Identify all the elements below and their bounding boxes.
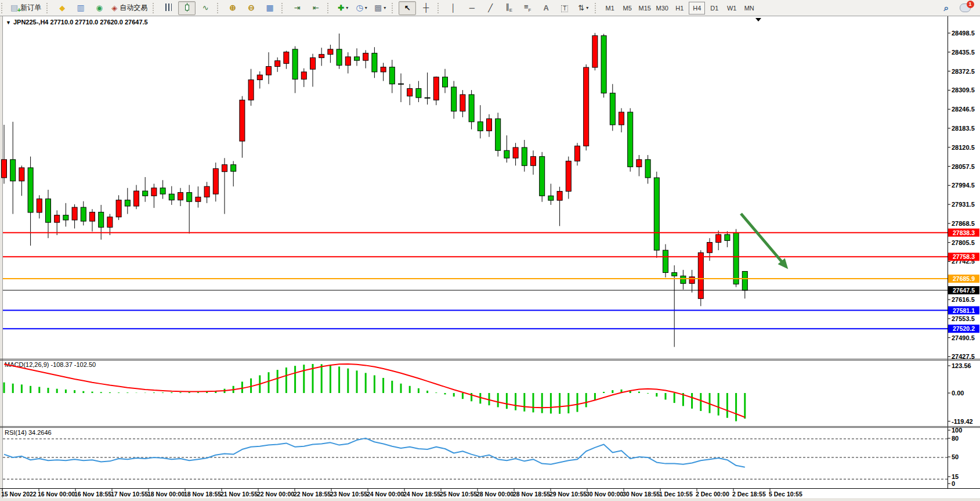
toolbar-grip [281,3,285,13]
candle-body [266,67,272,75]
time-axis-label: 15 Nov 2022 [1,491,37,498]
candle-body [389,67,395,84]
candle-body [654,178,659,250]
toolbar-group: ▤+新订单 [6,0,45,16]
toolbar-grip [392,3,396,13]
toolbar: ▤+新订单◆▥◉◈自动交易∿⊕⊖▦⇥⇤✚▾◷▾▩▾↖┼│─╱∥E≡FAT⇅▾M1… [0,0,980,16]
market-watch-icon: ◆ [59,4,65,12]
rsi-label: RSI(14) 34.2646 [5,429,52,436]
cursor-button[interactable]: ↖ [399,1,416,15]
candle-body [178,193,183,200]
candle-body [28,168,33,212]
templates-button[interactable]: ▩▾ [371,1,389,15]
periods-button[interactable]: ◷▾ [353,1,370,15]
equidistant-channel-icon: ∥E [505,3,512,13]
candle-body [363,53,368,60]
candle-body [204,186,209,197]
tile-windows-button[interactable]: ▦ [261,1,279,15]
timeframe-m5[interactable]: M5 [619,2,635,15]
candle-body [584,67,589,146]
time-axis-label: 28 Nov 00:00 [476,491,513,498]
notification-badge: 1 [967,1,974,8]
vertical-line-button[interactable]: │ [444,1,462,15]
candle-body [663,250,668,273]
chart-shift-marker[interactable] [755,18,761,21]
cursor-icon: ↖ [404,4,411,12]
line-chart-button[interactable]: ∿ [197,1,214,15]
time-axis-label: 24 Nov 00:00 [367,491,404,498]
horizontal-line-button[interactable]: ─ [463,1,480,15]
level-badge-label: 27838.3 [953,229,975,236]
candle-body [328,49,333,55]
candle-body [248,80,254,100]
candle-body [433,77,439,100]
candle-body [557,192,562,201]
fibonacci-button[interactable]: ≡F [519,1,536,15]
macd-axis-label: 0.00 [952,390,964,397]
data-window-button[interactable]: ▥ [72,1,89,15]
candle-body [240,100,245,141]
toolbar-group: ⇥⇤ [287,0,326,16]
toolbar-group: ⊕⊖▦ [222,0,280,16]
market-watch-button[interactable]: ◆ [53,1,71,15]
toolbar-grip [46,3,50,13]
text-label-button[interactable]: T [556,1,573,15]
data-window-icon: ▥ [77,3,85,12]
candle-body [213,168,218,194]
bar-chart-button[interactable] [160,1,177,15]
toolbar-grip [437,3,442,13]
time-axis-label: 16 Nov 00:00 [38,491,75,498]
candle-body [478,122,483,131]
timeframe-h4[interactable]: H4 [689,2,705,15]
new-order-button[interactable]: ▤+新订单 [8,1,44,15]
timeframe-m1[interactable]: M1 [602,2,618,15]
candle-body [2,160,7,178]
arrows-button[interactable]: ⇅▾ [574,1,592,15]
level-badge-label: 27758.3 [953,253,975,260]
price-tick-label: 27868.5 [952,220,975,227]
text-button[interactable]: A [537,1,555,15]
timeframe-m15[interactable]: M15 [637,2,653,15]
candle-body [496,119,501,151]
candle-body [143,191,148,196]
trendline-button[interactable]: ╱ [482,1,499,15]
search-button[interactable]: ⌕ [938,1,955,15]
candle-body [716,235,721,243]
zoom-out-button[interactable]: ⊖ [243,1,260,15]
symbol-title[interactable]: ▼JPN225-,H4 27710.0 27710.0 27620.0 2764… [6,19,148,26]
candle-body [63,215,68,220]
notifications-button[interactable]: 1 [956,1,974,15]
time-axis-label: 16 Nov 18:55 [74,491,111,498]
indicators-button[interactable]: ✚▾ [334,1,352,15]
price-tick-label: 28498.5 [952,30,975,37]
timeframe-mn[interactable]: MN [741,2,757,15]
toolbar-group: ↖┼ [397,0,436,16]
autotrading-button[interactable]: ◈自动交易 [109,1,150,15]
timeframe-h1[interactable]: H1 [671,2,688,15]
candle-body [169,194,174,200]
templates-icon: ▩ [374,3,382,12]
timeframe-m30[interactable]: M30 [654,2,670,15]
zoom-in-button[interactable]: ⊕ [224,1,241,15]
crosshair-button[interactable]: ┼ [417,1,435,15]
equidistant-channel-button[interactable]: ∥E [500,1,518,15]
toolbar-group: ∿ [158,0,216,16]
text-label-icon: T [561,4,568,12]
chart-shift-button[interactable]: ⇤ [307,1,324,15]
candlestick-button[interactable] [178,1,196,15]
price-tick-label: 27490.5 [952,334,975,341]
level-badge-label: 27685.9 [953,275,975,282]
chart-canvas[interactable]: 28498.528435.528372.528309.528246.528183… [0,16,980,501]
chart-area[interactable]: ▼JPN225-,H4 27710.0 27710.0 27620.0 2764… [0,16,980,501]
candle-body [575,146,580,161]
navigator-button[interactable]: ◉ [91,1,108,15]
timeframe-w1[interactable]: W1 [724,2,740,15]
candle-body [134,191,139,206]
auto-scroll-button[interactable]: ⇥ [288,1,306,15]
candle-body [548,196,554,200]
price-tick-label: 27805.5 [952,239,975,246]
time-axis-label: 28 Nov 18:55 [513,491,550,498]
toolbar-grip [1,3,5,13]
timeframe-d1[interactable]: D1 [706,2,722,15]
candle-body [310,57,316,69]
